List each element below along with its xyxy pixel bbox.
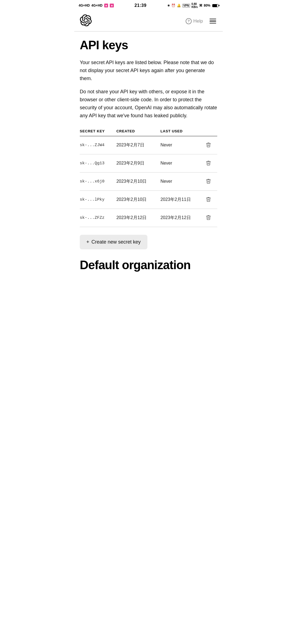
hamburger-line-2 xyxy=(210,21,216,21)
table-row: sk-...ZJW42023年2月7日Never xyxy=(80,136,217,154)
description-paragraph-1: Your secret API keys are listed below. P… xyxy=(80,59,217,82)
bell-icon: 🔔 xyxy=(177,4,181,7)
api-keys-table: SECRET KEY CREATED LAST USED sk-...ZJW42… xyxy=(80,126,217,227)
table-row: sk-...lPky2023年2月10日2023年2月11日 xyxy=(80,190,217,209)
api-key-value-4: sk-...ZFZz xyxy=(80,209,115,227)
menu-button[interactable] xyxy=(208,18,217,25)
trash-icon xyxy=(206,160,211,166)
speed-indicator: 0.80KB/s xyxy=(191,2,198,9)
delete-key-button-0[interactable] xyxy=(205,141,212,150)
status-time: 21:39 xyxy=(134,3,146,8)
alarm-icon: ⏰ xyxy=(171,4,175,7)
logo xyxy=(80,14,92,28)
col-header-last-used: LAST USED xyxy=(159,126,203,136)
api-key-created-1: 2023年2月9日 xyxy=(115,154,159,172)
api-key-last-used-4: 2023年2月12日 xyxy=(159,209,203,227)
description-paragraph-2: Do not share your API key with others, o… xyxy=(80,88,217,119)
delete-key-button-4[interactable] xyxy=(205,213,212,222)
status-bar: 4G+HD 4G+HD ● ● 21:39 ∗ ⏰ 🔔 VPN 0.80KB/s… xyxy=(74,0,223,11)
api-key-last-used-3: 2023年2月11日 xyxy=(159,190,203,209)
table-row: sk-...x6j02023年2月10日Never xyxy=(80,172,217,190)
vpn-badge: VPN xyxy=(182,4,190,7)
api-key-created-4: 2023年2月12日 xyxy=(115,209,159,227)
create-key-button[interactable]: + Create new secret key xyxy=(80,235,147,249)
api-key-value-1: sk-...Qg13 xyxy=(80,154,115,172)
default-org-title: Default organization xyxy=(80,258,217,272)
battery-percent: 80% xyxy=(204,4,210,7)
table-row: sk-...Qg132023年2月9日Never xyxy=(80,154,217,172)
page-title: API keys xyxy=(80,38,217,52)
delete-key-button-2[interactable] xyxy=(205,177,212,186)
wifi-icon: ⌘ xyxy=(199,4,202,7)
hamburger-line-3 xyxy=(210,23,216,24)
nav-header: ? Help xyxy=(74,11,223,31)
col-header-action xyxy=(203,126,217,136)
trash-icon xyxy=(206,196,211,202)
help-label: Help xyxy=(193,18,203,24)
col-header-created: CREATED xyxy=(115,126,159,136)
status-icons: ∗ ⏰ 🔔 VPN 0.80KB/s ⌘ 80% xyxy=(167,2,218,9)
api-key-value-3: sk-...lPky xyxy=(80,190,115,209)
help-circle-icon: ? xyxy=(186,18,192,24)
bluetooth-icon: ∗ xyxy=(167,4,170,7)
status-signal: 4G+HD 4G+HD ● ● xyxy=(79,4,114,7)
api-key-created-0: 2023年2月7日 xyxy=(115,136,159,154)
api-key-action-4 xyxy=(203,209,217,227)
help-button[interactable]: ? Help xyxy=(186,18,203,24)
create-key-label: Create new secret key xyxy=(92,239,141,245)
table-row: sk-...ZFZz2023年2月12日2023年2月12日 xyxy=(80,209,217,227)
hamburger-line-1 xyxy=(210,19,216,20)
api-key-last-used-0: Never xyxy=(159,136,203,154)
battery-icon xyxy=(212,4,218,7)
nav-actions: ? Help xyxy=(186,18,217,25)
api-key-action-0 xyxy=(203,136,217,154)
col-header-secret-key: SECRET KEY xyxy=(80,126,115,136)
api-key-value-0: sk-...ZJW4 xyxy=(80,136,115,154)
delete-key-button-1[interactable] xyxy=(205,159,212,168)
api-key-action-2 xyxy=(203,172,217,190)
trash-icon xyxy=(206,178,211,184)
api-key-last-used-1: Never xyxy=(159,154,203,172)
api-key-action-1 xyxy=(203,154,217,172)
delete-key-button-3[interactable] xyxy=(205,195,212,204)
api-key-created-3: 2023年2月10日 xyxy=(115,190,159,209)
create-key-plus-icon: + xyxy=(86,239,89,245)
api-key-created-2: 2023年2月10日 xyxy=(115,172,159,190)
main-content: API keys Your secret API keys are listed… xyxy=(74,32,223,279)
api-key-action-3 xyxy=(203,190,217,209)
trash-icon xyxy=(206,142,211,148)
trash-icon xyxy=(206,214,211,220)
api-key-value-2: sk-...x6j0 xyxy=(80,172,115,190)
api-key-last-used-2: Never xyxy=(159,172,203,190)
